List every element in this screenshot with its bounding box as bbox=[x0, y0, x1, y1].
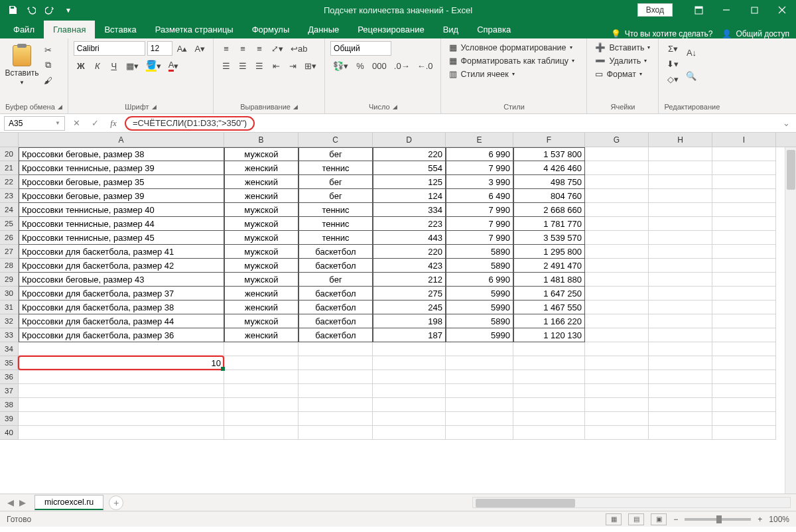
increase-font-icon[interactable]: A▴ bbox=[174, 41, 190, 56]
column-header-I[interactable]: I bbox=[712, 133, 776, 147]
clear-icon[interactable]: ◇▾ bbox=[664, 72, 681, 87]
login-button[interactable]: Вход bbox=[637, 3, 673, 17]
font-size-select[interactable] bbox=[147, 41, 172, 56]
cell-B36[interactable] bbox=[224, 370, 298, 384]
cell-C28[interactable]: баскетбол bbox=[298, 259, 373, 273]
cell-B32[interactable]: мужской bbox=[224, 314, 298, 328]
cell-D26[interactable]: 443 bbox=[373, 231, 446, 245]
cell-B24[interactable]: мужской bbox=[224, 203, 298, 217]
ribbon-tab-вид[interactable]: Вид bbox=[434, 21, 468, 38]
cell-C38[interactable] bbox=[298, 398, 373, 412]
page-layout-view-icon[interactable]: ▤ bbox=[628, 513, 644, 525]
row-header-20[interactable]: 20 bbox=[0, 147, 19, 161]
cell-B20[interactable]: мужской bbox=[224, 147, 298, 161]
number-format-select[interactable] bbox=[330, 41, 391, 56]
column-header-B[interactable]: B bbox=[224, 133, 298, 147]
cell-B31[interactable]: женский bbox=[224, 300, 298, 314]
cell-D28[interactable]: 423 bbox=[373, 259, 446, 273]
cell-H34[interactable] bbox=[649, 342, 712, 356]
normal-view-icon[interactable]: ▦ bbox=[606, 513, 622, 525]
row-header-21[interactable]: 21 bbox=[0, 161, 19, 175]
font-name-select[interactable] bbox=[74, 41, 145, 56]
cell-E25[interactable]: 7 990 bbox=[446, 217, 513, 231]
redo-icon[interactable] bbox=[41, 1, 58, 19]
cell-B34[interactable] bbox=[224, 342, 298, 356]
zoom-out-icon[interactable]: − bbox=[673, 515, 678, 524]
row-header-30[interactable]: 30 bbox=[0, 287, 19, 300]
cell-G32[interactable] bbox=[585, 314, 649, 328]
cell-E20[interactable]: 6 990 bbox=[446, 147, 513, 161]
ribbon-tab-главная[interactable]: Главная bbox=[44, 21, 95, 38]
underline-button[interactable]: Ч bbox=[107, 58, 121, 73]
cell-A38[interactable] bbox=[19, 398, 224, 412]
orientation-icon[interactable]: ⤢▾ bbox=[269, 41, 286, 56]
cell-A39[interactable] bbox=[19, 412, 224, 426]
cell-E27[interactable]: 5890 bbox=[446, 245, 513, 259]
sort-filter-icon[interactable]: A↓ bbox=[683, 41, 699, 64]
row-header-38[interactable]: 38 bbox=[0, 398, 19, 412]
align-right-icon[interactable]: ☰ bbox=[252, 58, 267, 73]
cell-I38[interactable] bbox=[712, 398, 776, 412]
cell-E40[interactable] bbox=[446, 426, 513, 440]
cell-A37[interactable] bbox=[19, 384, 224, 398]
cell-G39[interactable] bbox=[585, 412, 649, 426]
cell-G29[interactable] bbox=[585, 273, 649, 287]
ribbon-tab-справка[interactable]: Справка bbox=[468, 21, 520, 38]
row-header-40[interactable]: 40 bbox=[0, 426, 19, 440]
cell-G37[interactable] bbox=[585, 384, 649, 398]
zoom-level[interactable]: 100% bbox=[769, 515, 789, 524]
cell-D21[interactable]: 554 bbox=[373, 161, 446, 175]
cell-H31[interactable] bbox=[649, 300, 712, 314]
cell-F22[interactable]: 498 750 bbox=[513, 175, 585, 189]
enter-formula-icon[interactable]: ✓ bbox=[88, 116, 102, 131]
cell-D25[interactable]: 223 bbox=[373, 217, 446, 231]
cell-B30[interactable]: женский bbox=[224, 287, 298, 300]
cell-F32[interactable]: 1 166 220 bbox=[513, 314, 585, 328]
cell-H37[interactable] bbox=[649, 384, 712, 398]
fill-icon[interactable]: ⬇▾ bbox=[664, 57, 681, 72]
row-header-34[interactable]: 34 bbox=[0, 342, 19, 356]
align-bottom-icon[interactable]: ≡ bbox=[252, 41, 267, 56]
cell-D20[interactable]: 220 bbox=[373, 147, 446, 161]
name-box[interactable]: A35▼ bbox=[4, 116, 65, 131]
cell-D32[interactable]: 198 bbox=[373, 314, 446, 328]
cell-A31[interactable]: Кроссовки для баскетбола, размер 38 bbox=[19, 300, 224, 314]
cell-I26[interactable] bbox=[712, 231, 776, 245]
row-header-37[interactable]: 37 bbox=[0, 384, 19, 398]
cell-A23[interactable]: Кроссовки беговые, размер 39 bbox=[19, 189, 224, 203]
cell-H24[interactable] bbox=[649, 203, 712, 217]
cell-H20[interactable] bbox=[649, 147, 712, 161]
cell-C35[interactable] bbox=[298, 356, 373, 370]
cell-C23[interactable]: бег bbox=[298, 189, 373, 203]
cell-E22[interactable]: 3 990 bbox=[446, 175, 513, 189]
format-cells-button[interactable]: ▭Формат▾ bbox=[592, 68, 653, 80]
cell-D37[interactable] bbox=[373, 384, 446, 398]
accounting-format-icon[interactable]: 💱▾ bbox=[330, 58, 351, 73]
ribbon-tab-формулы[interactable]: Формулы bbox=[243, 21, 299, 38]
select-all-corner[interactable] bbox=[0, 133, 19, 147]
cell-G25[interactable] bbox=[585, 217, 649, 231]
cell-B22[interactable]: женский bbox=[224, 175, 298, 189]
cancel-formula-icon[interactable]: ✕ bbox=[69, 116, 84, 131]
cell-E33[interactable]: 5990 bbox=[446, 328, 513, 342]
cell-C34[interactable] bbox=[298, 342, 373, 356]
cell-F37[interactable] bbox=[513, 384, 585, 398]
ribbon-tab-вставка[interactable]: Вставка bbox=[95, 21, 145, 38]
cell-I20[interactable] bbox=[712, 147, 776, 161]
ribbon-tab-данные[interactable]: Данные bbox=[298, 21, 348, 38]
cell-E26[interactable]: 7 990 bbox=[446, 231, 513, 245]
cell-I34[interactable] bbox=[712, 342, 776, 356]
cell-I22[interactable] bbox=[712, 175, 776, 189]
cell-C21[interactable]: теннис bbox=[298, 161, 373, 175]
cell-E39[interactable] bbox=[446, 412, 513, 426]
cell-B37[interactable] bbox=[224, 384, 298, 398]
cell-I36[interactable] bbox=[712, 370, 776, 384]
row-header-27[interactable]: 27 bbox=[0, 245, 19, 259]
cell-A28[interactable]: Кроссовки для баскетбола, размер 42 bbox=[19, 259, 224, 273]
cell-H33[interactable] bbox=[649, 328, 712, 342]
cell-D23[interactable]: 124 bbox=[373, 189, 446, 203]
formula-input[interactable]: =СЧЁТЕСЛИ(D1:D33;">350") bbox=[125, 116, 255, 131]
dialog-launcher-icon[interactable]: ◢ bbox=[393, 103, 397, 110]
maximize-icon[interactable] bbox=[740, 0, 768, 20]
cell-G30[interactable] bbox=[585, 287, 649, 300]
